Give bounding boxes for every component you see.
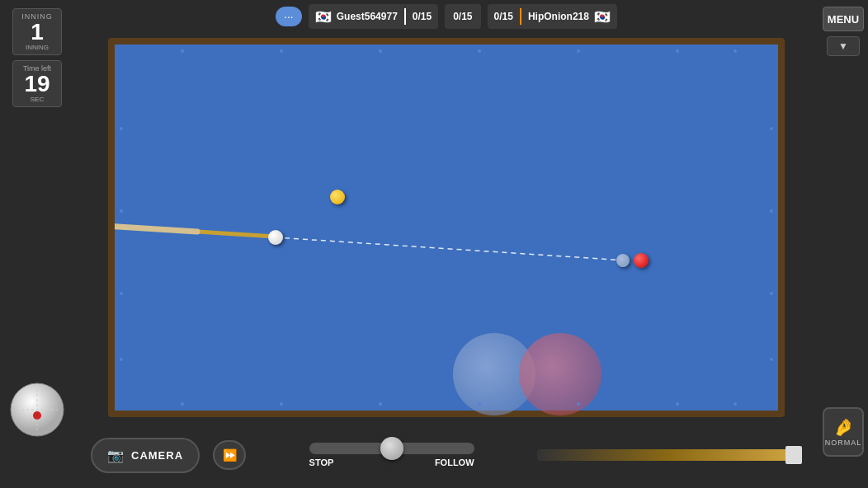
player2-score: 0/15 [494, 11, 513, 22]
left-sidebar: INNING 1 INNING Time left 19 SEC [0, 0, 74, 488]
player1-score: 0/15 [413, 11, 432, 22]
chevron-down-icon: ▼ [838, 40, 848, 52]
player1-info: 🇰🇷 Guest564977 0/15 [309, 4, 438, 29]
time-sub: SEC [15, 96, 59, 103]
svg-line-6 [276, 237, 626, 260]
forward-button[interactable]: ⏩ [213, 440, 246, 470]
svg-line-5 [115, 226, 197, 232]
spin-slider-thumb[interactable] [380, 437, 403, 460]
menu-arrow-button[interactable]: ▼ [827, 36, 860, 56]
player1-flag: 🇰🇷 [315, 9, 332, 25]
spin-slider-track[interactable] [309, 443, 474, 454]
camera-icon: 📷 [107, 448, 125, 463]
svg-point-3 [33, 411, 41, 420]
inning-number: 1 [15, 21, 59, 44]
cue-power-slider[interactable] [537, 449, 802, 461]
chat-button[interactable]: ··· [276, 7, 302, 26]
score-divider-orange [520, 8, 521, 25]
vs-score-text: 0/15 [453, 11, 472, 22]
pool-table [108, 38, 785, 417]
camera-button[interactable]: 📷 CAMERA [91, 438, 200, 473]
forward-icon: ⏩ [223, 448, 237, 462]
cue-power-area [537, 449, 802, 461]
vs-score-box: 0/15 [445, 4, 480, 29]
spin-stop-label: STOP [309, 458, 334, 467]
camera-label: CAMERA [131, 449, 183, 462]
chat-icon: ··· [284, 10, 294, 23]
cue-tip [785, 446, 802, 464]
menu-button[interactable]: MENU [823, 7, 864, 31]
svg-line-4 [115, 226, 276, 237]
spin-follow-label: FOLLOW [435, 458, 474, 467]
cue-ball [268, 230, 283, 245]
time-value: 19 [15, 73, 59, 96]
normal-mode-button[interactable]: 🤌 NORMAL [823, 407, 864, 457]
player2-flag: 🇰🇷 [594, 9, 611, 25]
top-header: ··· 🇰🇷 Guest564977 0/15 0/15 0/15 HipOni… [74, 0, 818, 33]
player2-name: HipOnion218 [528, 11, 589, 22]
hand-icon: 🤌 [833, 417, 854, 437]
blue-ball [616, 254, 630, 267]
player1-name: Guest564977 [337, 11, 398, 22]
red-ball [634, 253, 649, 268]
table-area [74, 33, 818, 422]
spin-control-area: STOP FOLLOW [259, 443, 524, 467]
normal-mode-label: NORMAL [825, 439, 862, 447]
score-divider-white [404, 8, 406, 25]
time-box: Time left 19 SEC [12, 60, 62, 107]
bottom-bar: 📷 CAMERA ⏩ STOP FOLLOW [74, 422, 818, 488]
inning-sub: INNING [15, 44, 59, 51]
inning-box: INNING 1 INNING [12, 8, 62, 55]
ghost-ball-red [519, 333, 601, 415]
player2-info: 0/15 HipOnion218 🇰🇷 [488, 4, 617, 29]
trajectory-svg [115, 45, 778, 411]
right-sidebar: MENU ▼ 🤌 NORMAL [818, 0, 868, 488]
yellow-ball [330, 190, 345, 204]
ball-aim-preview [8, 381, 66, 439]
